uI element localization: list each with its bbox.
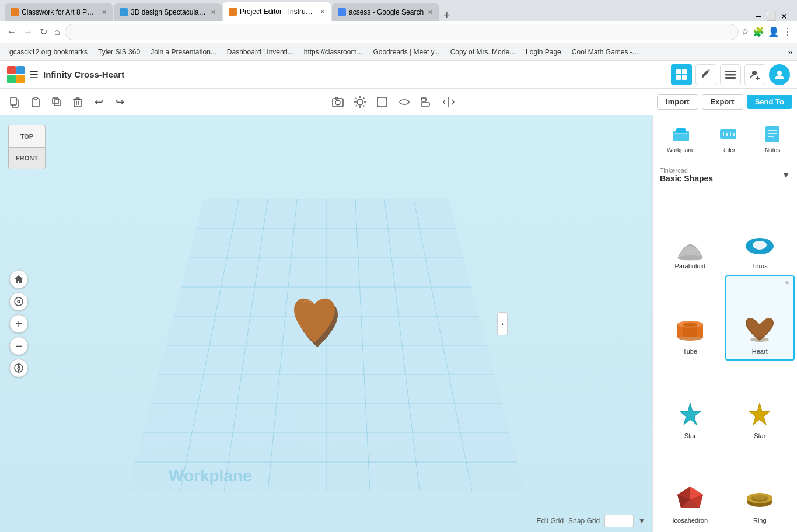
svg-rect-16 (53, 98, 58, 104)
bookmark-classroom[interactable]: https://classroom... (299, 47, 368, 57)
shape-torus[interactable]: Torus (725, 191, 795, 275)
bookmark-morle[interactable]: Copy of Mrs. Morle... (446, 47, 520, 57)
url-input[interactable]: tinkercad.com/things/kuTmdKzTEBg-spectac… (65, 24, 739, 40)
redo-button[interactable]: ↪ (110, 92, 130, 112)
copy-button[interactable] (5, 92, 25, 112)
bookmark-coolmath[interactable]: Cool Math Games -... (567, 47, 643, 57)
tinkercad-logo[interactable] (7, 66, 25, 83)
bookmark-tyler[interactable]: Tyler SIS 360 (93, 47, 145, 57)
view-cube-front[interactable]: FRONT (8, 147, 46, 169)
sendto-button[interactable]: Send To (747, 94, 792, 109)
svg-point-97 (753, 494, 767, 500)
tab-4[interactable]: acsess - Google Search ✕ (332, 4, 439, 21)
grid-view-button[interactable] (671, 64, 692, 85)
tab-3[interactable]: Project Editor - Instructables ✕ (223, 2, 331, 21)
bookmark-dashboard[interactable]: Dashboard | Inventi... (222, 47, 298, 57)
svg-rect-63 (675, 133, 687, 134)
shape-paraboloid[interactable]: Paraboloid (655, 191, 725, 275)
panel-collapse-button[interactable]: › (497, 312, 508, 335)
undo-button[interactable]: ↩ (89, 92, 109, 112)
profile-avatar[interactable] (769, 64, 790, 85)
view-cube[interactable]: TOP FRONT (8, 125, 46, 169)
workplane-tool[interactable]: Workplane (661, 120, 701, 157)
reload-button[interactable]: ↻ (37, 25, 50, 38)
right-panel: Workplane Ruler (652, 116, 797, 532)
bookmark-join[interactable]: Join a Presentation... (146, 47, 221, 57)
shapes-grid: Paraboloid Torus (653, 188, 797, 532)
add-user-button[interactable] (744, 64, 765, 85)
bookmark-goodreads[interactable]: Goodreads | Meet y... (368, 47, 444, 57)
zoom-out-button[interactable]: − (9, 337, 28, 355)
svg-rect-69 (765, 126, 779, 142)
svg-rect-1 (682, 69, 687, 74)
svg-rect-14 (34, 97, 37, 99)
bookmark-login[interactable]: Login Page (521, 47, 566, 57)
shape-tube-label: Tube (683, 348, 697, 355)
minimize-button[interactable]: ─ (756, 12, 761, 21)
align-tool[interactable] (417, 92, 436, 112)
tab-3-close[interactable]: ✕ (320, 8, 325, 16)
paste-button[interactable] (26, 92, 46, 112)
build-button[interactable] (695, 64, 716, 85)
export-button[interactable]: Export (702, 94, 743, 110)
snap-grid-label: Snap Grid (568, 517, 600, 525)
grid-unit-dropdown[interactable]: ▼ (638, 517, 645, 525)
grid-value-input[interactable]: 1.0 mm (604, 514, 634, 527)
shape-paraboloid-label: Paraboloid (674, 262, 705, 270)
edit-grid-label[interactable]: Edit Grid (536, 517, 564, 525)
view-cube-top[interactable]: TOP (8, 125, 46, 147)
layers-button[interactable] (720, 64, 741, 85)
compass-button[interactable] (9, 359, 28, 377)
back-button[interactable]: ← (5, 26, 19, 38)
notes-tool[interactable]: Notes (756, 120, 789, 157)
mirror-tool[interactable] (439, 92, 459, 112)
tab-2[interactable]: 3D design Spectacular Hillar-Sn... ✕ (114, 4, 222, 21)
workplane-tool-label: Workplane (667, 147, 695, 153)
delete-button[interactable] (68, 92, 88, 112)
close-button[interactable]: ✕ (781, 12, 788, 21)
home-button[interactable]: ⌂ (52, 26, 62, 38)
shape-heart-label: Heart (752, 348, 768, 355)
svg-rect-82 (683, 324, 697, 337)
panel-category-dropdown[interactable]: ▼ (782, 170, 790, 180)
shape-star-yellow[interactable]: Star (725, 360, 795, 445)
svg-rect-34 (377, 97, 387, 107)
tab-1-close[interactable]: ✕ (102, 9, 107, 16)
profile-icon[interactable]: 👤 (768, 26, 779, 37)
svg-point-35 (400, 100, 409, 104)
viewport[interactable]: TOP FRONT + − (0, 116, 652, 532)
shape-heart[interactable]: ✦ Heart (725, 275, 795, 360)
tab-2-close[interactable]: ✕ (211, 9, 216, 16)
tab-1[interactable]: Classwork for Art 8 Period 2, M... ✕ (5, 4, 113, 21)
maximize-button[interactable]: ⬜ (766, 12, 776, 21)
app-container: ☰ Infinity Cross-Heart (0, 61, 797, 532)
settings-icon[interactable]: ⋮ (783, 26, 792, 37)
bookmarks-more[interactable]: » (788, 47, 792, 57)
shape-star-teal[interactable]: Star (655, 360, 725, 445)
zoom-in-button[interactable]: + (9, 314, 28, 333)
bookmark-gcasdk[interactable]: gcasdk12.org bookmarks (5, 47, 92, 57)
svg-rect-36 (421, 98, 426, 102)
home-view-button[interactable] (9, 270, 28, 289)
ruler-tool[interactable]: Ruler (712, 120, 744, 157)
svg-point-83 (750, 337, 769, 342)
camera-tool[interactable] (328, 92, 348, 112)
menu-icon[interactable]: ☰ (29, 68, 39, 81)
duplicate-button[interactable] (47, 92, 67, 112)
extensions-icon[interactable]: 🧩 (753, 26, 764, 37)
svg-rect-0 (676, 69, 681, 74)
svg-marker-42 (18, 369, 20, 372)
shape-icosahedron[interactable]: Icosahedron (655, 445, 725, 530)
box-shape-tool[interactable] (372, 92, 392, 112)
fit-view-button[interactable] (9, 292, 28, 311)
circle-shape-tool[interactable] (394, 92, 414, 112)
bookmark-icon[interactable]: ☆ (741, 26, 749, 37)
import-button[interactable]: Import (657, 94, 698, 110)
shape-ring[interactable]: Ring (725, 445, 795, 530)
light-tool[interactable] (350, 92, 370, 112)
tab-4-close[interactable]: ✕ (428, 9, 433, 16)
shape-tube[interactable]: Tube (655, 275, 725, 360)
svg-point-10 (777, 71, 782, 75)
forward-button[interactable]: → (21, 26, 35, 38)
new-tab-button[interactable]: + (440, 9, 454, 21)
